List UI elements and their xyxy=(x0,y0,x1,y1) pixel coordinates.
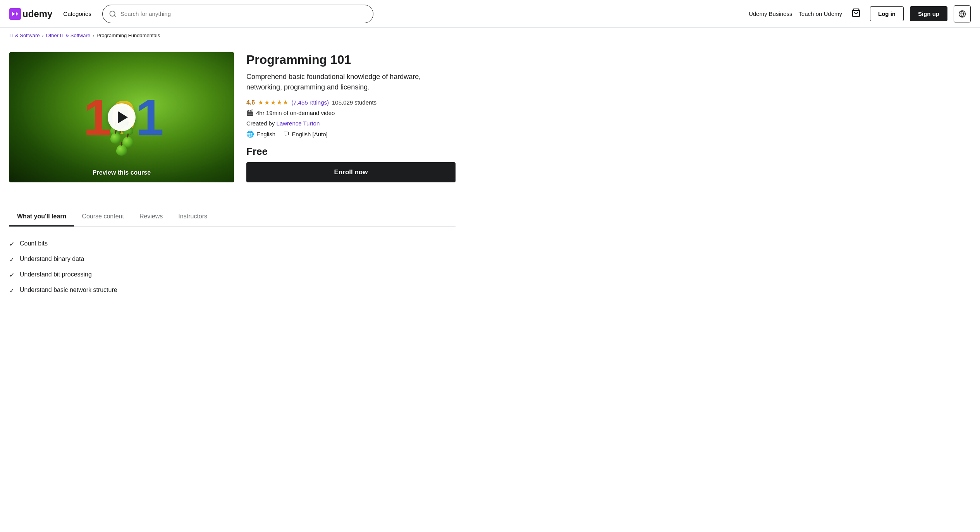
learn-item: ✓ Understand bit processing xyxy=(9,267,456,283)
logo[interactable]: udemy xyxy=(9,8,52,20)
checkmark-icon-1: ✓ xyxy=(9,240,14,248)
course-title: Programming 101 xyxy=(246,52,456,67)
language-item: 🌐 English xyxy=(246,130,275,138)
learn-item: ✓ Count bits xyxy=(9,236,456,252)
preview-label: Preview this course xyxy=(9,169,234,176)
video-preview[interactable]: 1 0 1 Preview this course xyxy=(9,52,234,182)
rating-score: 4.6 xyxy=(246,99,255,106)
language-row: 🌐 English 🗨 English [Auto] xyxy=(246,130,456,138)
play-icon xyxy=(118,111,128,124)
udemy-logo-icon xyxy=(9,8,21,20)
svg-line-2 xyxy=(114,15,116,17)
learn-text-2: Understand binary data xyxy=(20,256,84,263)
tab-instructors[interactable]: Instructors xyxy=(170,208,215,227)
video-duration: 🎬 4hr 19min of on-demand video xyxy=(246,109,335,116)
login-button[interactable]: Log in xyxy=(870,6,904,21)
header-right: Udemy Business Teach on Udemy Log in Sig… xyxy=(749,5,971,23)
language-button[interactable] xyxy=(954,5,971,22)
search-bar xyxy=(102,5,373,23)
cc-icon: 🗨 xyxy=(283,131,289,138)
tab-course-content[interactable]: Course content xyxy=(74,208,132,227)
search-icon xyxy=(109,10,117,18)
rating-row: 4.6 ★ ★ ★ ★ ★ (7,455 ratings) 105,029 st… xyxy=(246,99,456,116)
cart-button[interactable] xyxy=(848,5,864,23)
number-1-blue: 1 xyxy=(136,88,160,146)
breadcrumb: IT & Software › Other IT & Software › Pr… xyxy=(0,28,980,43)
learn-text-1: Count bits xyxy=(20,240,48,247)
play-button[interactable] xyxy=(108,103,136,131)
learn-item: ✓ Understand binary data xyxy=(9,252,456,267)
course-info: Programming 101 Comprehend basic foundat… xyxy=(246,52,456,182)
breadcrumb-current: Programming Fundamentals xyxy=(96,33,160,38)
checkmark-icon-4: ✓ xyxy=(9,287,14,294)
breadcrumb-sep-1: › xyxy=(42,33,44,38)
star-rating: ★ ★ ★ ★ ★ xyxy=(258,99,288,106)
learn-text-3: Understand bit processing xyxy=(20,271,92,278)
course-subtitle: Comprehend basic foundational knowledge … xyxy=(246,72,456,93)
tabs: What you'll learn Course content Reviews… xyxy=(9,208,456,227)
star-4: ★ xyxy=(277,99,282,106)
globe-icon xyxy=(958,10,966,18)
creator-row: Created by Lawrence Turton xyxy=(246,120,456,127)
video-icon: 🎬 xyxy=(246,109,254,116)
checkmark-icon-2: ✓ xyxy=(9,256,14,263)
search-input[interactable] xyxy=(120,10,367,17)
signup-button[interactable]: Sign up xyxy=(910,6,947,21)
learn-item: ✓ Understand basic network structure xyxy=(9,283,456,298)
breadcrumb-it-software[interactable]: IT & Software xyxy=(9,33,40,38)
udemy-business-link[interactable]: Udemy Business xyxy=(749,10,793,17)
language-text: English xyxy=(256,131,275,137)
number-1-red: 1 xyxy=(83,88,107,146)
globe-lang-icon: 🌐 xyxy=(246,130,254,138)
cc-text: English [Auto] xyxy=(292,131,328,137)
tab-reviews[interactable]: Reviews xyxy=(132,208,170,227)
star-3: ★ xyxy=(270,99,276,106)
tab-what-youll-learn[interactable]: What you'll learn xyxy=(9,208,74,227)
cart-icon xyxy=(851,8,861,17)
checkmark-icon-3: ✓ xyxy=(9,271,14,279)
svg-point-1 xyxy=(110,11,115,16)
creator-label: Created by xyxy=(246,120,275,127)
star-5-half: ★ xyxy=(283,99,288,106)
tabs-section: What you'll learn Course content Reviews… xyxy=(0,195,465,227)
learn-text-4: Understand basic network structure xyxy=(20,287,117,293)
duration-text: 4hr 19min of on-demand video xyxy=(256,110,335,116)
main-content: 1 0 1 Preview this course Programming 10… xyxy=(0,43,465,182)
header: udemy Categories Udemy Business Teach on… xyxy=(0,0,980,28)
creator-link[interactable]: Lawrence Turton xyxy=(277,120,320,127)
star-1: ★ xyxy=(258,99,263,106)
price-label: Free xyxy=(246,146,456,158)
cc-item: 🗨 English [Auto] xyxy=(283,131,328,138)
breadcrumb-sep-2: › xyxy=(93,33,94,38)
students-count: 105,029 students xyxy=(332,99,377,106)
categories-button[interactable]: Categories xyxy=(58,7,96,20)
rating-count: (7,455 ratings) xyxy=(291,99,329,106)
star-2: ★ xyxy=(264,99,270,106)
enroll-button[interactable]: Enroll now xyxy=(246,162,456,182)
logo-text: udemy xyxy=(22,9,52,19)
learn-section: ✓ Count bits ✓ Understand binary data ✓ … xyxy=(0,227,465,307)
breadcrumb-other-it-software[interactable]: Other IT & Software xyxy=(46,33,91,38)
teach-on-udemy-link[interactable]: Teach on Udemy xyxy=(798,10,842,17)
